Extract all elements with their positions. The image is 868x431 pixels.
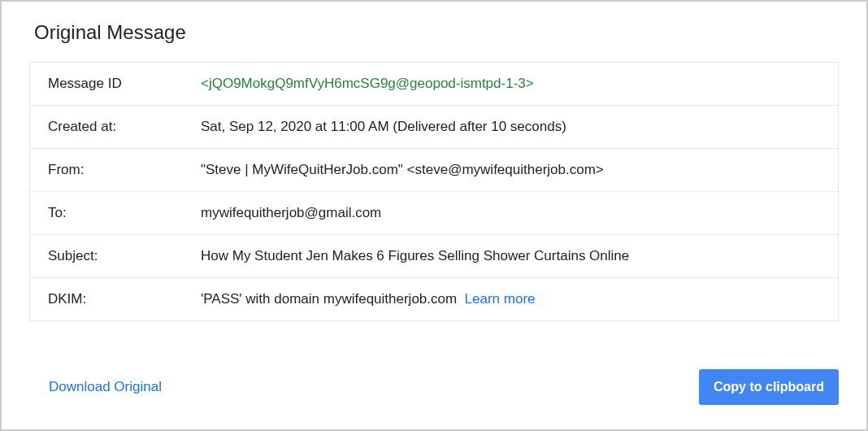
original-message-panel: Original Message Message ID <jQO9MokgQ9m… [0, 0, 868, 431]
value-dkim: 'PASS' with domain mywifequitherjob.com … [201, 291, 820, 307]
row-from: From: "Steve | MyWifeQuitHerJob.com" <st… [30, 149, 838, 192]
row-dkim: DKIM: 'PASS' with domain mywifequitherjo… [30, 278, 838, 320]
label-from: From: [48, 162, 201, 178]
row-subject: Subject: How My Student Jen Makes 6 Figu… [30, 235, 838, 278]
actions-bar: Download Original Copy to clipboard [29, 369, 839, 405]
label-to: To: [48, 205, 201, 221]
value-to: mywifequitherjob@gmail.com [201, 205, 820, 221]
page-title: Original Message [34, 21, 839, 44]
row-message-id: Message ID <jQO9MokgQ9mfVyH6mcSG9g@geopo… [30, 63, 838, 106]
label-created-at: Created at: [48, 119, 201, 135]
value-dkim-text: 'PASS' with domain mywifequitherjob.com [201, 291, 457, 307]
value-message-id: <jQO9MokgQ9mfVyH6mcSG9g@geopod-ismtpd-1-… [201, 76, 820, 92]
headers-table: Message ID <jQO9MokgQ9mfVyH6mcSG9g@geopo… [29, 62, 839, 321]
label-dkim: DKIM: [48, 291, 201, 307]
value-created-at: Sat, Sep 12, 2020 at 11:00 AM (Delivered… [201, 119, 820, 135]
label-message-id: Message ID [48, 76, 201, 92]
row-created-at: Created at: Sat, Sep 12, 2020 at 11:00 A… [30, 106, 838, 149]
row-to: To: mywifequitherjob@gmail.com [30, 192, 838, 235]
label-subject: Subject: [48, 248, 201, 264]
value-from: "Steve | MyWifeQuitHerJob.com" <steve@my… [201, 162, 820, 178]
download-original-link[interactable]: Download Original [49, 379, 162, 395]
value-subject: How My Student Jen Makes 6 Figures Selli… [201, 248, 820, 264]
learn-more-link[interactable]: Learn more [465, 291, 536, 307]
copy-to-clipboard-button[interactable]: Copy to clipboard [699, 369, 839, 405]
